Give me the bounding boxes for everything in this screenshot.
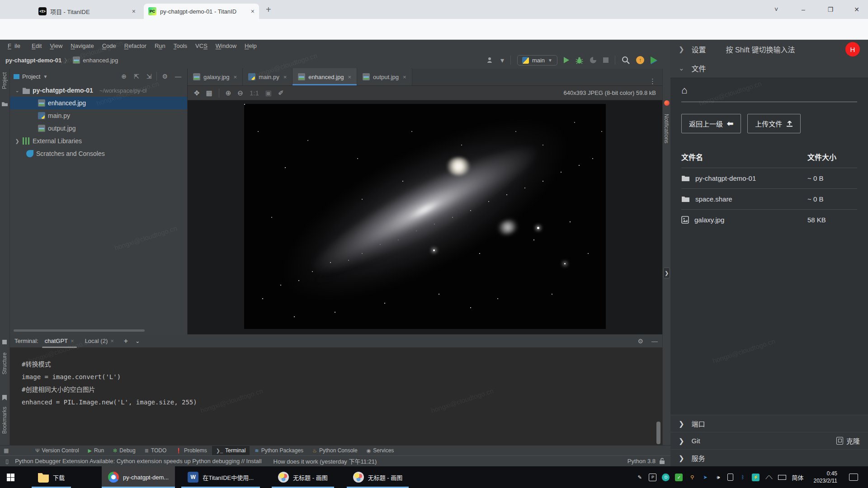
editor-tab-mainpy[interactable]: main.py× xyxy=(243,68,292,85)
statusbar-window-icon[interactable]: ▯ xyxy=(5,458,9,465)
project-panel-title[interactable]: Project xyxy=(22,73,40,80)
toolwindow-problems[interactable]: ❗Problems xyxy=(171,446,211,455)
settings-gear-icon[interactable]: ⚙ xyxy=(160,73,170,80)
toolwindow-switcher-icon[interactable]: ▦ xyxy=(0,447,12,454)
ime-language-label[interactable]: 简体 xyxy=(792,473,803,482)
status-hint[interactable]: How does it work (yesterday 下午11:21) xyxy=(274,457,377,465)
window-menu-icon[interactable]: ˅ xyxy=(766,0,787,19)
new-terminal-icon[interactable]: + xyxy=(120,337,132,345)
window-maximize-icon[interactable]: ❐ xyxy=(820,0,841,19)
menu-refactor[interactable]: Refactor xyxy=(121,41,150,51)
pen-input-icon[interactable]: ✎ xyxy=(636,474,643,481)
bluetooth-icon[interactable]: ᛒ xyxy=(739,474,746,481)
upload-file-button[interactable]: 上传文件 xyxy=(747,114,801,133)
tool-button-project[interactable]: Project xyxy=(1,72,8,89)
menu-edit[interactable]: Edit xyxy=(28,41,45,51)
git-section-header[interactable]: ❯ Git 克隆 xyxy=(670,432,868,449)
debug-button[interactable] xyxy=(576,56,583,64)
tree-row-scratches[interactable]: Scratches and Consoles xyxy=(10,147,187,160)
horizontal-scrollbar[interactable] xyxy=(14,329,145,332)
taskbar-item-paint2[interactable]: 无标题 - 画图 xyxy=(347,466,409,488)
start-button[interactable] xyxy=(7,474,14,481)
window-minimize-icon[interactable]: – xyxy=(793,0,814,19)
home-icon[interactable]: ⌂ xyxy=(681,84,687,96)
menu-view[interactable]: View xyxy=(47,41,66,51)
color-picker-icon[interactable]: ✐ xyxy=(278,89,284,97)
tab-close-icon[interactable]: × xyxy=(234,74,237,80)
files-section-header[interactable]: ⌄ 文件 xyxy=(670,59,868,78)
menu-run[interactable]: Run xyxy=(151,41,169,51)
git-clone-button[interactable]: 克隆 xyxy=(836,436,860,446)
browser-tab-titanide[interactable]: <t> 项目 - TitanIDE × xyxy=(34,4,140,19)
stop-button[interactable] xyxy=(603,57,609,63)
collapse-all-icon[interactable]: ⇲ xyxy=(144,73,154,80)
menu-navigate[interactable]: Navigate xyxy=(67,41,97,51)
terminal-output[interactable]: #转换模式image = image.convert('L')#创建相同大小的空… xyxy=(10,348,662,418)
editor-tab-galaxy[interactable]: galaxy.jpg× xyxy=(188,68,243,85)
titanide-assistant-icon[interactable] xyxy=(651,56,657,64)
go-up-button[interactable]: 返回上一级 ⬅ xyxy=(681,114,741,133)
tool-button-bookmarks[interactable]: Bookmarks xyxy=(1,407,8,434)
terminal-dropdown-icon[interactable]: ⌄ xyxy=(133,338,142,344)
fit-zoom-icon[interactable]: ✥ xyxy=(194,89,200,97)
profiler-button[interactable] xyxy=(590,56,597,64)
tree-row-mainpy[interactable]: main.py xyxy=(10,109,187,122)
terminal-tab-local[interactable]: Local (2)× xyxy=(80,334,118,348)
menu-window[interactable]: Window xyxy=(212,41,240,51)
run-config-selector[interactable]: main ▼ xyxy=(517,55,557,66)
toolwindow-todo[interactable]: ≣TODO xyxy=(141,446,171,455)
taskbar-item-downloads[interactable]: 下载 xyxy=(32,466,71,488)
device-icon[interactable] xyxy=(727,474,733,481)
terminal-scrollbar[interactable] xyxy=(656,422,660,444)
fit-window-icon[interactable]: ▣ xyxy=(265,89,272,97)
chevron-expanded-icon[interactable]: ⌄ xyxy=(14,88,20,94)
network-icon[interactable]: ⟋⟍ xyxy=(765,474,773,481)
menu-vcs[interactable]: VCS xyxy=(192,41,211,51)
toolwindow-python-packages[interactable]: ≋Python Packages xyxy=(250,446,307,455)
run-button[interactable] xyxy=(564,57,569,63)
grid-icon[interactable]: ▦ xyxy=(206,89,212,97)
code-with-me-icon[interactable]: ▾ xyxy=(486,56,504,65)
taskbar-item-word[interactable]: W 在TitanIDE中使用... xyxy=(181,466,260,488)
tree-row-root[interactable]: ⌄ py-chatgpt-demo-01 ~/workspace/py-cl xyxy=(10,84,187,97)
file-row[interactable]: space.share ~ 0 B xyxy=(681,188,857,209)
assistant-badge-icon[interactable] xyxy=(664,100,670,106)
expand-all-icon[interactable]: ⇱ xyxy=(132,73,142,80)
file-row[interactable]: py-chatgpt-demo-01 ~ 0 B xyxy=(681,168,857,188)
update-available-icon[interactable]: ↑ xyxy=(636,56,644,64)
tab-close-icon[interactable]: × xyxy=(132,8,136,15)
toolwindow-debug[interactable]: ❇Debug xyxy=(109,446,140,455)
battery-icon[interactable] xyxy=(778,475,786,480)
terminal-settings-gear-icon[interactable]: ⚙ xyxy=(637,338,643,345)
antivirus-check-icon[interactable]: ✓ xyxy=(675,474,683,481)
tab-list-menu-icon[interactable]: ⋮ xyxy=(643,77,662,85)
toolwindow-python-console[interactable]: ♨Python Console xyxy=(308,446,362,455)
services-section-header[interactable]: ❯ 服务 xyxy=(670,449,868,466)
menu-code[interactable]: Code xyxy=(99,41,119,51)
clipboard-tray-icon[interactable]: P xyxy=(649,474,656,481)
clock[interactable]: 0:45 2023/2/11 xyxy=(814,470,838,484)
search-tray-icon[interactable]: ⚲ xyxy=(688,474,696,481)
tool-button-structure[interactable]: Structure xyxy=(1,352,8,375)
status-message[interactable]: Python Debugger Extension Available: Cyt… xyxy=(15,458,261,465)
expand-panel-chevron[interactable]: ❯ xyxy=(663,267,670,278)
usb-icon[interactable]: ⚡ xyxy=(752,474,760,481)
ports-section-header[interactable]: ❯ 端口 xyxy=(670,415,868,432)
tab-close-icon[interactable]: × xyxy=(251,8,255,15)
editor-tab-output[interactable]: output.jpg× xyxy=(357,68,412,85)
menu-tools[interactable]: Tools xyxy=(170,41,190,51)
search-everywhere-icon[interactable] xyxy=(622,56,630,64)
tab-close-icon[interactable]: × xyxy=(348,74,351,80)
user-avatar[interactable]: H xyxy=(845,42,860,56)
toolwindow-run[interactable]: ▶Run xyxy=(84,446,108,455)
browser-tab-project[interactable]: PC py-chatgpt-demo-01 - TitanID × xyxy=(144,4,259,19)
unlock-icon[interactable] xyxy=(659,458,665,465)
tab-close-icon[interactable]: × xyxy=(71,338,74,344)
taskbar-item-chrome[interactable]: py-chatgpt-dem... xyxy=(102,466,175,488)
terminal-tab-chatgpt[interactable]: chatGPT× xyxy=(40,334,79,348)
menu-file[interactable]: File xyxy=(5,41,27,51)
python-interpreter-label[interactable]: Python 3.8 xyxy=(627,458,656,465)
locate-file-icon[interactable]: ⊕ xyxy=(119,73,129,80)
chevron-collapsed-icon[interactable]: ❯ xyxy=(14,138,20,144)
toolwindow-terminal[interactable]: ❯_Terminal xyxy=(212,446,250,455)
